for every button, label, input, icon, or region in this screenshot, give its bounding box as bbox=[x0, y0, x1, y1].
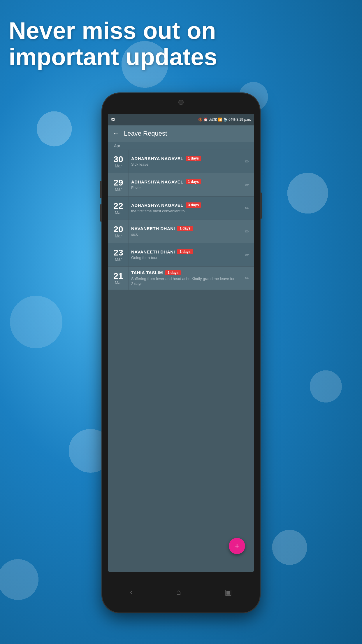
edit-icon[interactable]: ✏ bbox=[245, 182, 249, 188]
content-col: ADHARSHYA NAGAVEL 3 days the first time … bbox=[129, 197, 240, 220]
phone: 🖼 🔕 ⏰ VoLTE 📶 📡 64% 3:19 p.m. ← Leave Re… bbox=[102, 93, 260, 612]
status-bar: 🖼 🔕 ⏰ VoLTE 📶 📡 64% 3:19 p.m. bbox=[108, 114, 254, 125]
date-day: 22 bbox=[113, 202, 123, 210]
leave-reason: Going for a tour bbox=[131, 256, 238, 260]
partial-item: Apr bbox=[108, 142, 254, 150]
date-col: 22 Mar bbox=[108, 197, 129, 220]
date-day: 30 bbox=[113, 155, 123, 164]
date-day: 29 bbox=[113, 178, 123, 187]
date-month: Mar bbox=[115, 210, 122, 215]
edit-icon[interactable]: ✏ bbox=[245, 228, 249, 235]
item-header: ADHARSHYA NAGAVEL 3 days bbox=[131, 202, 238, 208]
battery-percent: 64% bbox=[229, 118, 236, 122]
date-col: 23 Mar bbox=[108, 243, 129, 266]
date-month: Mar bbox=[115, 280, 122, 285]
side-button-volume-up bbox=[100, 181, 102, 198]
navigation-bar: ‹ ⌂ ▣ bbox=[108, 572, 254, 612]
employee-name: ADHARSHYA NAGAVEL bbox=[131, 156, 183, 161]
edit-icon[interactable]: ✏ bbox=[245, 275, 249, 281]
nav-recents-button[interactable]: ▣ bbox=[225, 588, 232, 597]
date-month: Mar bbox=[115, 187, 122, 192]
leave-reason: Sick leave bbox=[131, 162, 238, 167]
leave-request-list: 30 Mar ADHARSHYA NAGAVEL 1 days Sick lea… bbox=[108, 150, 254, 290]
list-item[interactable]: 21 Mar TAHIA TASLIM 1 days Suffering fro… bbox=[108, 267, 254, 290]
headline-line1: Never miss out on bbox=[9, 18, 353, 44]
list-container: Apr 30 Mar ADHARSHYA NAGAVEL 1 days Sick… bbox=[108, 142, 254, 572]
list-item[interactable]: 23 Mar NAVANEETH DHANI 1 days Going for … bbox=[108, 243, 254, 267]
employee-name: NAVANEETH DHANI bbox=[131, 226, 175, 231]
item-header: ADHARSHYA NAGAVEL 1 days bbox=[131, 179, 238, 184]
item-header: NAVANEETH DHANI 1 days bbox=[131, 249, 238, 254]
date-month: Mar bbox=[115, 164, 122, 168]
add-button[interactable]: + bbox=[229, 538, 245, 554]
date-month: Mar bbox=[115, 257, 122, 262]
add-icon: + bbox=[234, 541, 240, 552]
employee-name: ADHARSHYA NAGAVEL bbox=[131, 179, 183, 184]
days-badge: 3 days bbox=[186, 202, 201, 208]
date-col: 20 Mar bbox=[108, 220, 129, 243]
app-bar-title: Leave Request bbox=[124, 130, 167, 137]
edit-col[interactable]: ✏ bbox=[240, 197, 254, 220]
edit-icon[interactable]: ✏ bbox=[245, 205, 249, 211]
list-item[interactable]: 29 Mar ADHARSHYA NAGAVEL 1 days Fever ✏ bbox=[108, 173, 254, 197]
edit-icon[interactable]: ✏ bbox=[245, 252, 249, 258]
status-left: 🖼 bbox=[111, 118, 115, 122]
date-month: Mar bbox=[115, 234, 122, 238]
phone-camera bbox=[178, 100, 184, 105]
headline-line2: important updates bbox=[9, 44, 353, 70]
date-day: 21 bbox=[113, 272, 123, 280]
edit-icon[interactable]: ✏ bbox=[245, 158, 249, 165]
edit-col[interactable]: ✏ bbox=[240, 267, 254, 290]
date-day: 20 bbox=[113, 225, 123, 234]
headline: Never miss out on important updates bbox=[9, 18, 353, 70]
leave-reason: Fever bbox=[131, 186, 238, 190]
list-item[interactable]: 20 Mar NAVANEETH DHANI 1 days sick ✏ bbox=[108, 220, 254, 243]
signal-icon: 📡 bbox=[223, 118, 228, 122]
nav-back-button[interactable]: ‹ bbox=[130, 588, 133, 597]
date-col: 30 Mar bbox=[108, 150, 129, 173]
app-bar: ← Leave Request bbox=[108, 125, 254, 142]
employee-name: NAVANEETH DHANI bbox=[131, 249, 175, 254]
date-day: 23 bbox=[113, 248, 123, 257]
alarm-icon: ⏰ bbox=[203, 118, 208, 122]
leave-reason: Suffering from fever and head ache.Kindl… bbox=[131, 276, 238, 286]
content-col: TAHIA TASLIM 1 days Suffering from fever… bbox=[129, 267, 240, 290]
nav-home-button[interactable]: ⌂ bbox=[176, 588, 181, 597]
content-col: NAVANEETH DHANI 1 days Going for a tour bbox=[129, 243, 240, 266]
status-right: 🔕 ⏰ VoLTE 📶 📡 64% 3:19 p.m. bbox=[198, 118, 251, 122]
item-header: TAHIA TASLIM 1 days bbox=[131, 270, 238, 275]
item-header: NAVANEETH DHANI 1 days bbox=[131, 226, 238, 231]
date-col: 29 Mar bbox=[108, 173, 129, 196]
phone-screen: 🖼 🔕 ⏰ VoLTE 📶 📡 64% 3:19 p.m. ← Leave Re… bbox=[108, 114, 254, 572]
leave-reason: the first time most convenient to bbox=[131, 209, 238, 214]
wifi-icon: 📶 bbox=[218, 118, 222, 122]
edit-col[interactable]: ✏ bbox=[240, 150, 254, 173]
content-col: NAVANEETH DHANI 1 days sick bbox=[129, 220, 240, 243]
days-badge: 1 days bbox=[177, 226, 193, 231]
days-badge: 1 days bbox=[186, 179, 201, 184]
volte-icon: VoLTE bbox=[209, 118, 217, 121]
content-col: ADHARSHYA NAGAVEL 1 days Fever bbox=[129, 173, 240, 196]
photo-icon: 🖼 bbox=[111, 118, 115, 122]
edit-col[interactable]: ✏ bbox=[240, 173, 254, 196]
content-col: ADHARSHYA NAGAVEL 1 days Sick leave bbox=[129, 150, 240, 173]
leave-reason: sick bbox=[131, 232, 238, 237]
days-badge: 1 days bbox=[165, 270, 181, 275]
side-button-power bbox=[260, 192, 262, 219]
employee-name: ADHARSHYA NAGAVEL bbox=[131, 203, 183, 208]
item-header: ADHARSHYA NAGAVEL 1 days bbox=[131, 156, 238, 161]
days-badge: 1 days bbox=[177, 249, 193, 254]
days-badge: 1 days bbox=[186, 156, 201, 161]
side-button-volume-down bbox=[100, 204, 102, 222]
date-col: 21 Mar bbox=[108, 267, 129, 290]
list-item[interactable]: 30 Mar ADHARSHYA NAGAVEL 1 days Sick lea… bbox=[108, 150, 254, 173]
back-button[interactable]: ← bbox=[113, 130, 119, 137]
edit-col[interactable]: ✏ bbox=[240, 220, 254, 243]
edit-col[interactable]: ✏ bbox=[240, 243, 254, 266]
employee-name: TAHIA TASLIM bbox=[131, 270, 163, 275]
list-item[interactable]: 22 Mar ADHARSHYA NAGAVEL 3 days the firs… bbox=[108, 197, 254, 220]
time-display: 3:19 p.m. bbox=[236, 118, 251, 122]
mute-icon: 🔕 bbox=[198, 118, 203, 122]
